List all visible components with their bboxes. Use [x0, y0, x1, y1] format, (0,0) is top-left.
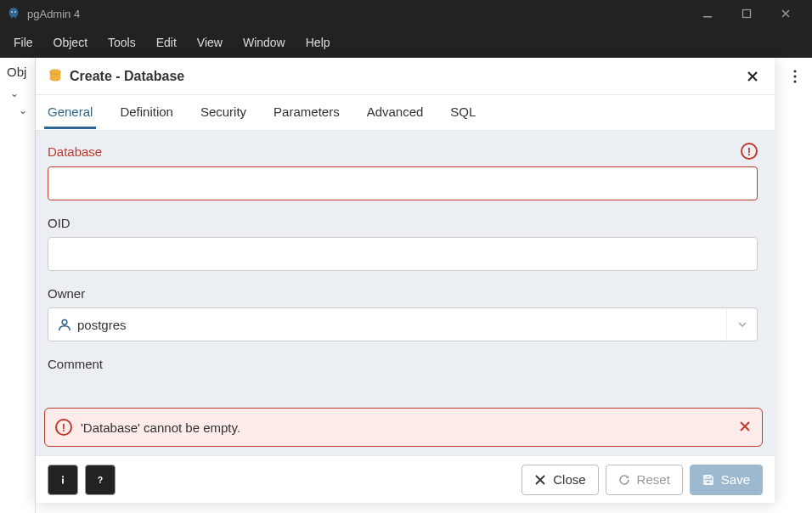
chevron-down-icon — [726, 308, 757, 341]
menu-help[interactable]: Help — [296, 31, 341, 54]
svg-rect-2 — [703, 16, 712, 18]
alert-icon: ! — [55, 419, 72, 436]
reset-icon — [618, 474, 630, 486]
owner-select-value: postgres — [77, 318, 726, 332]
save-button[interactable]: Save — [690, 465, 763, 495]
close-button-label: Close — [553, 472, 585, 487]
create-database-dialog: Create - Database General Definition Sec… — [36, 58, 775, 503]
titlebar: pgAdmin 4 — [0, 0, 812, 27]
svg-point-5 — [793, 75, 796, 77]
svg-rect-3 — [743, 10, 751, 18]
svg-point-6 — [793, 80, 796, 82]
svg-point-4 — [793, 70, 796, 72]
maximize-button[interactable] — [727, 0, 766, 27]
alert-icon: ! — [741, 143, 758, 160]
oid-field-label: OID — [48, 216, 758, 230]
menu-window[interactable]: Window — [233, 31, 296, 54]
sidebar-panel-title: Obj — [3, 65, 31, 79]
close-button[interactable]: Close — [522, 465, 598, 495]
svg-rect-16 — [706, 481, 711, 484]
menu-object[interactable]: Object — [43, 31, 98, 54]
svg-text:?: ? — [98, 475, 103, 484]
app-icon — [7, 7, 20, 20]
svg-rect-15 — [706, 476, 710, 478]
tab-security[interactable]: Security — [197, 96, 250, 129]
database-field-label: Database ! — [48, 143, 758, 160]
database-input[interactable] — [48, 166, 758, 200]
save-icon — [702, 474, 714, 486]
menu-file[interactable]: File — [3, 31, 43, 54]
svg-point-12 — [62, 476, 64, 477]
svg-point-0 — [11, 11, 13, 13]
dialog-body: Database ! OID Owner postgres — [36, 131, 775, 455]
tab-parameters[interactable]: Parameters — [270, 96, 343, 129]
help-button[interactable]: ? — [85, 465, 116, 495]
save-button-label: Save — [721, 472, 750, 487]
tab-sql[interactable]: SQL — [447, 96, 479, 129]
tab-advanced[interactable]: Advanced — [364, 96, 427, 129]
user-icon — [57, 317, 72, 332]
info-button[interactable] — [48, 465, 78, 495]
database-icon — [48, 69, 63, 84]
owner-field-label: Owner — [48, 286, 758, 301]
dialog-header: Create - Database — [36, 58, 775, 95]
svg-rect-11 — [62, 478, 64, 483]
dialog-body-scroll[interactable]: Database ! OID Owner postgres — [36, 131, 775, 455]
tab-definition[interactable]: Definition — [116, 96, 177, 129]
database-label-text: Database — [48, 144, 102, 159]
dismiss-error-button[interactable] — [738, 420, 752, 436]
tree-expand-toggle[interactable]: ⌄ — [3, 87, 31, 99]
error-banner: ! 'Database' cannot be empty. — [44, 408, 763, 447]
owner-select[interactable]: postgres — [48, 307, 758, 341]
window-title: pgAdmin 4 — [27, 8, 688, 20]
oid-input[interactable] — [48, 237, 758, 271]
overflow-menu-button[interactable] — [787, 68, 804, 85]
close-icon — [534, 474, 546, 486]
reset-button-label: Reset — [637, 472, 670, 487]
dialog-close-button[interactable] — [742, 66, 763, 87]
menu-edit[interactable]: Edit — [146, 31, 187, 54]
tree-expand-toggle-child[interactable]: ⌄ — [3, 104, 31, 116]
dialog-footer: ? Close Reset Save — [36, 455, 775, 503]
error-message: 'Database' cannot be empty. — [81, 420, 730, 435]
close-window-button[interactable] — [766, 0, 805, 27]
dialog-tabbar: General Definition Security Parameters A… — [36, 95, 775, 131]
menu-tools[interactable]: Tools — [98, 31, 146, 54]
menubar: File Object Tools Edit View Window Help — [0, 27, 812, 58]
dialog-title: Create - Database — [70, 69, 742, 84]
tab-general[interactable]: General — [44, 96, 96, 129]
reset-button[interactable]: Reset — [606, 465, 683, 495]
menu-view[interactable]: View — [187, 31, 233, 54]
svg-point-1 — [14, 11, 16, 13]
sidebar: Obj ⌄ ⌄ — [0, 58, 36, 513]
comment-field-label: Comment — [48, 357, 758, 371]
minimize-button[interactable] — [688, 0, 727, 27]
svg-point-9 — [62, 319, 67, 324]
